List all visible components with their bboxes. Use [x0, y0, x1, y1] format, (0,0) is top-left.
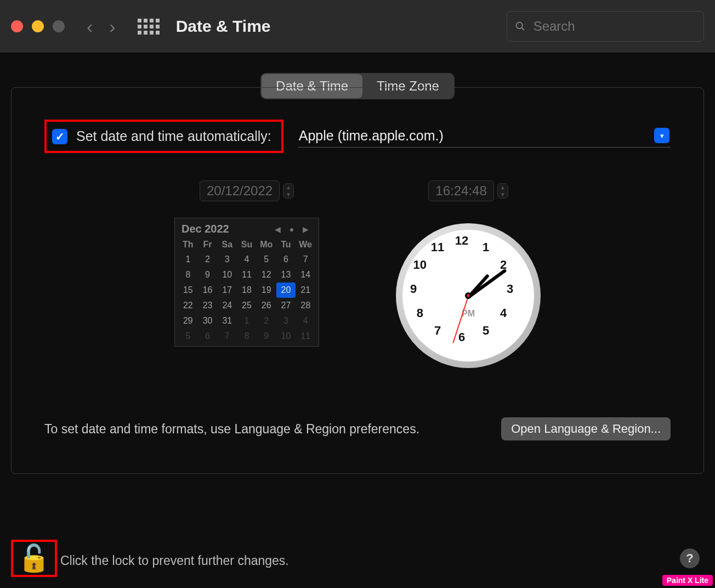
time-field[interactable]: 16:24:48 [428, 180, 493, 201]
clock-number: 2 [500, 258, 507, 272]
content-panel: ✓ Set date and time automatically: Apple… [11, 87, 704, 474]
calendar-day[interactable]: 27 [276, 298, 296, 313]
calendar-day[interactable]: 3 [276, 313, 296, 329]
calendar-nav[interactable]: ◀ ● ▶ [275, 225, 312, 234]
calendar[interactable]: Dec 2022 ◀ ● ▶ ThFrSaSuMoTuWe12345678910… [174, 218, 319, 347]
show-all-prefs-button[interactable] [138, 19, 160, 35]
calendar-day[interactable]: 1 [178, 252, 198, 267]
back-button[interactable]: ‹ [87, 16, 93, 37]
clock-number: 4 [500, 306, 507, 320]
open-language-region-button[interactable]: Open Language & Region... [501, 417, 671, 440]
clock-number: 9 [410, 282, 417, 296]
calendar-day[interactable]: 12 [257, 267, 276, 282]
calendar-day[interactable]: 5 [257, 252, 276, 267]
calendar-dow: Su [237, 238, 257, 252]
calendar-day[interactable]: 8 [178, 267, 198, 282]
clock-number: 12 [455, 234, 468, 248]
calendar-day[interactable]: 1 [237, 313, 257, 329]
time-server-value: Apple (time.apple.com.) [299, 128, 444, 144]
calendar-day[interactable]: 2 [198, 252, 218, 267]
window-title: Date & Time [176, 17, 271, 36]
calendar-dow: Th [178, 238, 198, 252]
calendar-day[interactable]: 30 [198, 313, 218, 329]
calendar-day[interactable]: 23 [198, 298, 218, 313]
lock-row: 🔓 Click the lock to prevent further chan… [11, 540, 289, 577]
calendar-day[interactable]: 8 [237, 329, 257, 344]
window-controls [11, 20, 65, 32]
zoom-window-button[interactable] [53, 20, 65, 32]
auto-time-row: ✓ Set date and time automatically: Apple… [44, 120, 671, 153]
calendar-day[interactable]: 14 [296, 267, 315, 282]
highlight-lock: 🔓 [11, 540, 57, 577]
calendar-day[interactable]: 13 [276, 267, 296, 282]
calendar-day[interactable]: 4 [296, 313, 315, 329]
calendar-day[interactable]: 3 [217, 252, 237, 267]
calendar-day[interactable]: 31 [217, 313, 237, 329]
help-button[interactable]: ? [680, 549, 700, 568]
calendar-day[interactable]: 15 [178, 282, 198, 298]
clock-center-pin [465, 292, 472, 299]
calendar-day[interactable]: 6 [276, 252, 296, 267]
clock-minute-hand [467, 269, 507, 299]
clock-number: 7 [434, 324, 441, 338]
auto-time-label: Set date and time automatically: [76, 128, 271, 144]
clock-number: 11 [431, 240, 444, 255]
time-stepper-arrows[interactable]: ▲▼ [497, 183, 508, 199]
calendar-day[interactable]: 9 [257, 329, 276, 344]
calendar-day[interactable]: 25 [237, 298, 257, 313]
analog-clock: PM 121234567891011 [396, 223, 541, 368]
search-icon [515, 20, 526, 32]
clock-number: 8 [417, 306, 423, 320]
calendar-dow: We [296, 238, 315, 252]
calendar-day[interactable]: 17 [217, 282, 237, 298]
calendar-day[interactable]: 10 [217, 267, 237, 282]
calendar-day[interactable]: 10 [276, 329, 296, 344]
nav-arrows: ‹ › [87, 16, 116, 37]
calendar-day[interactable]: 16 [198, 282, 218, 298]
calendar-day[interactable]: 19 [257, 282, 276, 298]
clock-number: 5 [483, 324, 489, 338]
lock-hint: Click the lock to prevent further change… [60, 553, 289, 577]
calendar-day[interactable]: 5 [178, 329, 198, 344]
calendar-month-label: Dec 2022 [181, 223, 229, 235]
close-window-button[interactable] [11, 20, 23, 32]
calendar-day[interactable]: 6 [198, 329, 218, 344]
calendar-day[interactable]: 11 [296, 329, 315, 344]
calendar-dow: Sa [217, 238, 237, 252]
search-input[interactable] [532, 18, 696, 35]
calendar-dow: Tu [276, 238, 296, 252]
calendar-day[interactable]: 7 [217, 329, 237, 344]
calendar-day[interactable]: 28 [296, 298, 315, 313]
svg-line-1 [521, 27, 524, 30]
date-field[interactable]: 20/12/2022 [200, 180, 280, 201]
calendar-day[interactable]: 11 [237, 267, 257, 282]
minimize-window-button[interactable] [32, 20, 44, 32]
toolbar: ‹ › Date & Time [0, 0, 715, 53]
calendar-day[interactable]: 29 [178, 313, 198, 329]
date-stepper-arrows[interactable]: ▲▼ [283, 183, 294, 199]
calendar-day[interactable]: 20 [276, 282, 296, 298]
calendar-day[interactable]: 26 [257, 298, 276, 313]
date-stepper[interactable]: 20/12/2022 ▲▼ [200, 180, 294, 201]
date-column: 20/12/2022 ▲▼ Dec 2022 ◀ ● ▶ ThFrSaSuMoT… [174, 180, 319, 368]
footer-hint: To set date and time formats, use Langua… [44, 422, 419, 437]
watermark: Paint X Lite [662, 575, 713, 586]
time-server-dropdown-icon[interactable]: ▾ [654, 128, 669, 143]
calendar-day[interactable]: 24 [217, 298, 237, 313]
clock-number: 3 [507, 282, 513, 296]
time-stepper[interactable]: 16:24:48 ▲▼ [428, 180, 508, 201]
search-field[interactable] [507, 11, 704, 42]
calendar-day[interactable]: 21 [296, 282, 315, 298]
clock-number: 10 [413, 258, 427, 272]
calendar-day[interactable]: 7 [296, 252, 315, 267]
lock-icon[interactable]: 🔓 [18, 544, 50, 573]
auto-time-checkbox[interactable]: ✓ [52, 129, 67, 144]
calendar-day[interactable]: 4 [237, 252, 257, 267]
calendar-day[interactable]: 18 [237, 282, 257, 298]
calendar-day[interactable]: 2 [257, 313, 276, 329]
time-server-combobox[interactable]: Apple (time.apple.com.) ▾ [298, 126, 671, 148]
calendar-day[interactable]: 9 [198, 267, 218, 282]
calendar-day[interactable]: 22 [178, 298, 198, 313]
calendar-dow: Mo [257, 238, 276, 252]
forward-button[interactable]: › [109, 16, 115, 37]
